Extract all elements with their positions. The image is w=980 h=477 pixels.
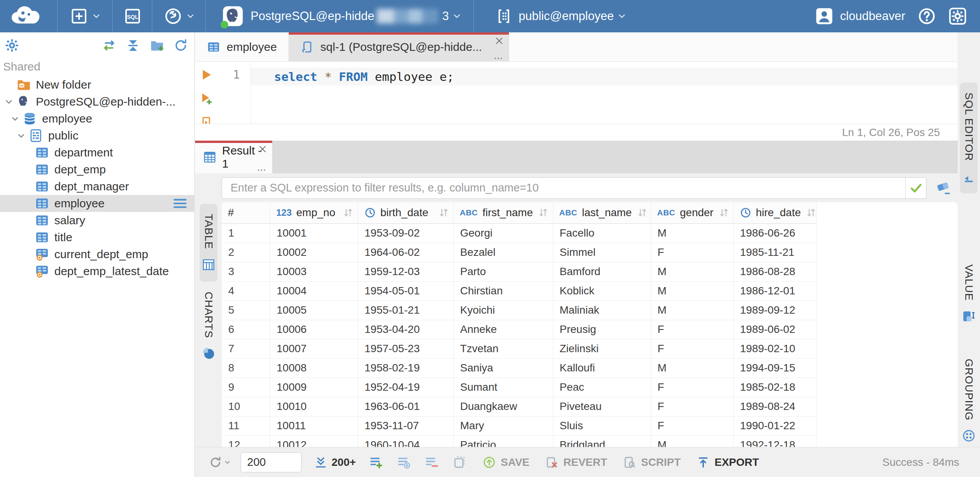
execute-new-tab-icon[interactable] — [199, 92, 213, 106]
data-cell[interactable]: Anneke — [453, 320, 553, 339]
delete-row-icon[interactable] — [424, 455, 439, 470]
data-cell[interactable]: 1953-11-07 — [358, 416, 453, 435]
sort-icon[interactable] — [636, 207, 648, 218]
row-number-cell[interactable]: 8 — [222, 358, 270, 378]
refresh-tree-icon[interactable] — [173, 38, 188, 53]
collapse-all-icon[interactable] — [126, 38, 140, 53]
data-cell[interactable]: Zielinski — [553, 339, 651, 358]
tree-item-dept-emp-latest-date[interactable]: dept_emp_latest_date — [0, 263, 194, 280]
data-cell[interactable]: 1964-06-02 — [358, 243, 453, 262]
revert-button[interactable]: REVERT — [545, 455, 607, 469]
row-number-cell[interactable]: 12 — [222, 435, 270, 447]
refresh-results-button[interactable] — [209, 456, 231, 469]
data-cell[interactable]: Patricio — [453, 435, 553, 447]
row-menu-icon[interactable] — [172, 195, 188, 212]
data-cell[interactable]: Duangkaew — [453, 397, 553, 416]
column-header-birth_date[interactable]: birth_date — [358, 202, 453, 223]
tree-item-employee[interactable]: employee — [0, 110, 194, 127]
tree-item-postgresql-ep-hidden-[interactable]: PostgreSQL@ep-hidden-... — [0, 93, 194, 110]
data-cell[interactable]: Mary — [453, 416, 553, 435]
tree-item-salary[interactable]: salary — [0, 212, 194, 229]
result-tab[interactable]: Result - 1 ... — [195, 141, 272, 173]
data-cell[interactable]: M — [651, 281, 733, 301]
sql-editor-side-tab[interactable]: SQL EDITOR — [960, 82, 978, 193]
sql-editor-button[interactable]: SQL — [123, 7, 142, 25]
data-cell[interactable]: 10011 — [270, 416, 358, 435]
data-cell[interactable]: 1958-02-19 — [358, 358, 453, 378]
close-icon[interactable] — [258, 144, 268, 154]
data-cell[interactable]: Bridgland — [553, 435, 651, 447]
sort-icon[interactable] — [438, 207, 450, 218]
add-row-icon[interactable] — [369, 455, 384, 470]
data-cell[interactable]: F — [651, 339, 733, 358]
data-cell[interactable]: Saniya — [453, 358, 553, 378]
tree-item-current-dept-emp[interactable]: current_dept_emp — [0, 246, 194, 263]
data-cell[interactable]: M — [651, 301, 733, 320]
data-cell[interactable]: 1954-05-01 — [358, 281, 453, 301]
data-cell[interactable]: 1989-06-02 — [733, 320, 817, 339]
filter-input[interactable] — [222, 178, 905, 198]
chevron-down-icon[interactable] — [3, 96, 16, 107]
data-cell[interactable]: F — [651, 378, 733, 397]
data-cell[interactable]: Bamford — [553, 262, 651, 281]
data-cell[interactable]: 10012 — [270, 435, 358, 447]
column-header-gender[interactable]: ABCgender — [651, 202, 733, 223]
data-cell[interactable]: F — [651, 320, 733, 339]
data-cell[interactable]: M — [651, 358, 733, 378]
duplicate-row-icon[interactable] — [397, 455, 411, 470]
data-cell[interactable]: 1986-12-01 — [733, 281, 817, 301]
data-cell[interactable]: 10008 — [270, 358, 358, 378]
row-number-cell[interactable]: 4 — [222, 281, 270, 301]
sort-icon[interactable] — [537, 207, 549, 218]
data-cell[interactable]: 10004 — [270, 281, 358, 301]
row-limit-input[interactable] — [241, 452, 301, 472]
editor-tab-employee[interactable]: employee — [195, 32, 289, 62]
data-cell[interactable]: F — [651, 397, 733, 416]
data-cell[interactable]: 1990-01-22 — [733, 416, 817, 435]
data-cell[interactable]: Maliniak — [553, 301, 651, 320]
tree-item-dept-manager[interactable]: dept_manager — [0, 178, 194, 195]
data-cell[interactable]: 1963-06-01 — [358, 397, 453, 416]
data-cell[interactable]: Bezalel — [453, 243, 553, 262]
clear-filter-eraser-icon[interactable] — [936, 180, 952, 196]
add-folder-icon[interactable] — [150, 38, 164, 53]
presentation-tab-charts[interactable]: CHARTS — [200, 282, 217, 371]
fetch-more-button[interactable]: 200+ — [314, 455, 356, 469]
data-cell[interactable]: 1986-08-28 — [733, 262, 817, 281]
data-cell[interactable]: 10001 — [270, 223, 358, 243]
data-cell[interactable]: 1985-11-21 — [733, 243, 817, 262]
data-cell[interactable]: F — [651, 416, 733, 435]
data-cell[interactable]: Peac — [553, 378, 651, 397]
tab-more-menu[interactable]: ... — [257, 162, 266, 173]
data-cell[interactable]: 1994-09-15 — [733, 358, 817, 378]
row-number-cell[interactable]: 9 — [222, 378, 270, 397]
data-cell[interactable]: 10003 — [270, 262, 358, 281]
connection-selector[interactable]: PostgreSQL@ep-hidde 3 — [222, 5, 462, 27]
apply-filter-button[interactable] — [905, 178, 926, 198]
row-number-cell[interactable]: 2 — [222, 243, 270, 262]
data-cell[interactable]: 1985-02-18 — [733, 378, 817, 397]
data-cell[interactable]: M — [651, 223, 733, 243]
data-cell[interactable]: Preusig — [553, 320, 651, 339]
column-header-first_name[interactable]: ABCfirst_name — [453, 202, 553, 223]
tree-item-department[interactable]: department — [0, 144, 194, 161]
data-cell[interactable]: F — [651, 243, 733, 262]
data-cell[interactable]: 10006 — [270, 320, 358, 339]
sort-icon[interactable] — [718, 207, 730, 218]
data-cell[interactable]: Piveteau — [553, 397, 651, 416]
new-connection-button[interactable] — [70, 7, 101, 25]
data-cell[interactable]: M — [651, 262, 733, 281]
column-header-emp_no[interactable]: 123emp_no — [270, 202, 358, 223]
tree-item-employee[interactable]: employee — [0, 195, 194, 212]
script-button[interactable]: SCRIPT — [623, 455, 681, 469]
sql-statement[interactable]: select * FROM employee e; — [251, 68, 958, 86]
row-number-cell[interactable]: 1 — [222, 223, 270, 243]
export-button[interactable]: EXPORT — [696, 455, 759, 469]
tree-item-public[interactable]: public — [0, 127, 194, 144]
row-number-cell[interactable]: 7 — [222, 339, 270, 358]
data-cell[interactable]: Sumant — [453, 378, 553, 397]
row-number-cell[interactable]: 5 — [222, 301, 270, 320]
panel-tab-grouping[interactable]: GROUPING — [960, 349, 978, 453]
close-icon[interactable] — [494, 36, 504, 46]
data-cell[interactable]: Sluis — [553, 416, 651, 435]
